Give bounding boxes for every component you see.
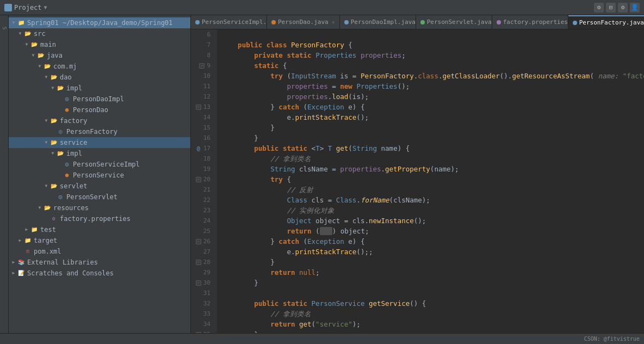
tree-item-target[interactable]: ▶ 📁 target xyxy=(9,235,190,246)
tree-item-service-impl[interactable]: ▼ 📂 impl xyxy=(9,148,190,159)
tab-factory-properties[interactable]: factory.properties ✕ xyxy=(492,15,568,29)
tree-item-scratches[interactable]: ▶ 📝 Scratches and Consoles xyxy=(9,268,190,279)
arrow-person-factory xyxy=(50,129,55,134)
folder-icon-test: 📁 xyxy=(30,226,38,234)
tab-bar: PersonServiceImpl.java ✕ PersonDao.java … xyxy=(191,15,644,29)
code-line-9: static { xyxy=(221,60,644,71)
arrow-factory-properties xyxy=(44,216,49,222)
tab-dot-person-dao-impl xyxy=(344,20,349,24)
code-editor[interactable]: 6 7 8 -9 10 11 12 -13 14 15 16 @17 18 19… xyxy=(191,29,644,333)
tree-item-dao-impl[interactable]: ▼ 📂 impl xyxy=(9,83,190,94)
maven-icon-pom: m xyxy=(24,248,32,255)
fold-26[interactable]: - xyxy=(196,239,201,244)
ln-20: -20 xyxy=(195,174,213,185)
tree-item-person-service[interactable]: ● PersonService xyxy=(9,170,190,181)
ln-34: 34 xyxy=(195,319,213,329)
code-line-31 xyxy=(221,288,644,298)
code-line-18: // 拿到类名 xyxy=(221,153,644,164)
ext-lib-icon: 📚 xyxy=(17,259,25,266)
tab-close-person-dao[interactable]: ✕ xyxy=(332,19,335,25)
folder-icon-servlet: 📂 xyxy=(50,182,58,190)
tree-item-person-servlet[interactable]: ◎ PersonServlet xyxy=(9,192,190,202)
code-line-7: public class PersonFactory { xyxy=(221,40,644,50)
folder-icon-main: 📂 xyxy=(30,41,38,48)
tree-item-person-dao-impl[interactable]: ◎ PersonDaoImpl xyxy=(9,94,190,105)
fold-20[interactable]: - xyxy=(196,177,201,182)
fold-35[interactable]: - xyxy=(196,332,201,334)
arrow-dao: ▼ xyxy=(44,75,49,80)
settings-icon-btn[interactable]: ⚙ xyxy=(594,3,604,13)
tree-item-factory[interactable]: ▼ 📂 factory xyxy=(9,115,190,126)
tree-label-java: java xyxy=(47,51,63,60)
project-dropdown-arrow: ▼ xyxy=(44,4,47,10)
ln-13: -13 xyxy=(195,102,213,112)
interface-icon-person-dao-impl: ◎ xyxy=(63,95,71,103)
tree-item-person-factory[interactable]: ◎ PersonFactory xyxy=(9,126,190,137)
fold-13[interactable]: - xyxy=(196,105,201,110)
tree-label-scratches: Scratches and Consoles xyxy=(27,268,114,278)
arrow-person-service-impl xyxy=(57,162,62,167)
ln-31: 31 xyxy=(195,288,213,298)
tree-item-java[interactable]: ▼ 📂 java xyxy=(9,50,190,61)
tree-item-spring01[interactable]: ▼ 📁 Spring01 ~/Desktop/Java_demo/Spring0… xyxy=(9,17,190,28)
tree-item-person-dao[interactable]: ● PersonDao xyxy=(9,105,190,115)
arrow-person-dao xyxy=(57,107,62,113)
tree-label-factory-properties: factory.properties xyxy=(60,214,131,224)
build-icon-btn[interactable]: ⚙ xyxy=(618,3,628,13)
ln-17: @17 xyxy=(195,143,213,153)
code-line-26: } catch (Exception e) { xyxy=(221,236,644,247)
status-right-text: CSON: @fitvistrue xyxy=(584,336,640,342)
tree-item-pom-xml[interactable]: m pom.xml xyxy=(9,246,190,257)
project-selector[interactable]: Project ▼ xyxy=(4,4,47,11)
tree-item-person-service-impl[interactable]: ◎ PersonServiceImpl xyxy=(9,159,190,170)
tab-label-person-factory: PersonFactory.java xyxy=(579,19,644,26)
tab-person-service-impl[interactable]: PersonServiceImpl.java ✕ xyxy=(191,15,267,29)
tree-label-src: src xyxy=(34,29,46,39)
folder-icon-dao-impl: 📂 xyxy=(57,84,64,92)
properties-icon-factory: ⚙ xyxy=(50,215,58,223)
ln-24: 24 xyxy=(195,216,213,226)
tree-item-factory-properties[interactable]: ⚙ factory.properties xyxy=(9,213,190,224)
status-bar: CSON: @fitvistrue xyxy=(0,333,644,344)
tree-item-dao[interactable]: ▼ 📂 dao xyxy=(9,72,190,83)
arrow-java: ▼ xyxy=(30,53,36,58)
tab-person-servlet[interactable]: PersonServlet.java ✕ xyxy=(416,15,492,29)
code-line-24: Object object = cls.newInstance(); xyxy=(221,216,644,226)
arrow-service-impl: ▼ xyxy=(50,151,55,156)
fold-28[interactable]: - xyxy=(196,260,201,265)
main-layout: S ▼ 📁 Spring01 ~/Desktop/Java_demo/Sprin… xyxy=(0,15,644,333)
tab-label-person-dao: PersonDao.java xyxy=(278,19,329,26)
folder-icon-dao: 📂 xyxy=(50,73,58,81)
tree-label-external-libraries: External Libraries xyxy=(27,257,98,267)
tree-item-servlet[interactable]: ▼ 📂 servlet xyxy=(9,181,190,192)
tree-item-service[interactable]: ▼ 📂 service xyxy=(9,137,190,148)
tree-item-main[interactable]: ▼ 📂 main xyxy=(9,39,190,50)
split-icon-btn[interactable]: ⊟ xyxy=(606,3,616,13)
tree-item-external-libraries[interactable]: ▶ 📚 External Libraries xyxy=(9,257,190,268)
tree-item-com-mj[interactable]: ▼ 📂 com.mj xyxy=(9,61,190,72)
tab-person-dao-impl[interactable]: PersonDaoImpl.java ✕ xyxy=(340,15,416,29)
code-line-35: } xyxy=(221,329,644,333)
fold-30[interactable]: - xyxy=(196,280,201,286)
ln-8: 8 xyxy=(195,50,213,60)
ln-15: 15 xyxy=(195,122,213,133)
avatar-btn[interactable]: 👤 xyxy=(630,3,640,13)
code-line-12: properties.load(is); xyxy=(221,91,644,102)
line-numbers: 6 7 8 -9 10 11 12 -13 14 15 16 @17 18 19… xyxy=(191,29,217,333)
scratch-icon: 📝 xyxy=(17,269,25,277)
code-content[interactable]: public class PersonFactory { private sta… xyxy=(217,29,644,333)
sidebar-structure-btn[interactable]: S xyxy=(1,17,8,39)
tab-person-factory[interactable]: PersonFactory.java ✕ xyxy=(568,15,644,29)
tree-label-com-mj: com.mj xyxy=(53,62,77,71)
code-line-22: Class cls = Class.forName(clsName); xyxy=(221,195,644,205)
ln-10: 10 xyxy=(195,71,213,81)
arrow-spring01: ▼ xyxy=(11,20,16,26)
class-icon-person-dao: ● xyxy=(63,106,71,114)
code-line-17: public static <T> T get(String name) { xyxy=(221,143,644,153)
tree-item-test[interactable]: ▶ 📁 test xyxy=(9,224,190,235)
tree-item-src[interactable]: ▼ 📂 src xyxy=(9,28,190,39)
project-icon xyxy=(4,4,12,11)
tree-item-resources[interactable]: ▼ 📂 resources xyxy=(9,202,190,213)
fold-9[interactable]: - xyxy=(199,63,205,69)
tab-person-dao[interactable]: PersonDao.java ✕ xyxy=(267,15,340,29)
